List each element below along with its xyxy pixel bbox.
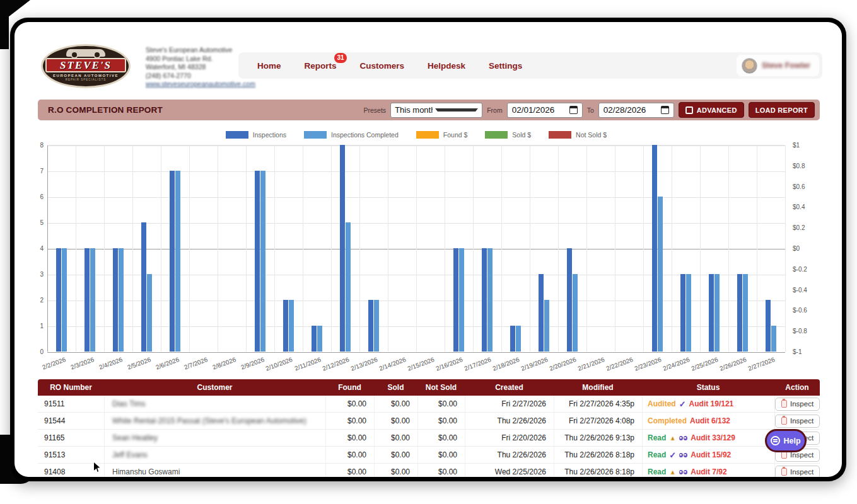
background-artifact [0, 0, 30, 16]
status-cell: Read▲!Audit 7/92 [642, 464, 774, 477]
gridline [47, 146, 48, 352]
legend-item[interactable]: Inspections Completed [304, 131, 399, 139]
gridline [785, 146, 786, 352]
logo-subtitle: EUROPEAN AUTOMOTIVE [53, 74, 119, 77]
legend-item[interactable]: Inspections [226, 131, 286, 139]
right-axis-tick: $-1 [793, 348, 802, 355]
bar-inspections-completed [374, 300, 379, 352]
right-axis-tick: $1 [793, 142, 800, 149]
created-cell: Fri 2/27/2026 [465, 396, 554, 412]
to-date-input[interactable] [603, 105, 658, 115]
modified-cell: Thu 2/26/2026 8:18p [554, 464, 642, 477]
x-axis-tick: 2/22/2026 [605, 356, 634, 372]
chat-bubble-icon [771, 436, 780, 445]
nav-item-settings[interactable]: Settings [489, 61, 522, 71]
to-date-field[interactable] [598, 103, 674, 118]
inspect-button[interactable]: Inspect [775, 415, 820, 428]
right-axis-tick: $-0.4 [793, 287, 807, 294]
table-row: 91408Himanshu Goswami$0.00$0.00$0.00Wed … [38, 464, 820, 477]
from-label: From [487, 106, 503, 114]
gridline [445, 146, 445, 352]
gridline [104, 146, 105, 352]
page-title: R.O COMPLETION REPORT [48, 105, 163, 115]
inspect-button[interactable]: Inspect [775, 398, 820, 411]
bar-inspections-completed [260, 171, 265, 352]
checkbox-icon[interactable] [685, 106, 693, 114]
customer-cell: Sean Heatley [104, 430, 325, 446]
eyes-icon [679, 436, 687, 440]
legend-item[interactable]: Not Sold $ [549, 131, 607, 139]
presets-select[interactable]: This month (Februa [390, 103, 482, 118]
modified-cell: Thu 2/26/2026 9:13p [554, 430, 642, 446]
created-cell: Wed 2/25/2026 [465, 464, 554, 477]
x-axis-tick: 2/2/2026 [41, 356, 66, 371]
left-axis-tick: 2 [25, 297, 44, 304]
nav-item-helpdesk[interactable]: Helpdesk [428, 61, 465, 71]
calendar-icon[interactable] [569, 106, 578, 114]
gridline [558, 146, 559, 352]
table-header-row: RO NumberCustomerFoundSoldNot SoldCreate… [38, 379, 820, 396]
legend-item[interactable]: Sold $ [485, 131, 531, 139]
bar-inspections-completed [658, 197, 663, 352]
status-cell: Read✓Audit 15/92 [642, 447, 774, 463]
created-cell: Fri 2/20/2026 [465, 430, 554, 446]
created-cell: Thu 2/26/2026 [465, 447, 554, 463]
company-website-link[interactable]: www.steveseuropeanautomotive.com [146, 80, 255, 89]
bar-inspections [709, 274, 714, 352]
bar-inspections [510, 326, 515, 352]
nav-item-home[interactable]: Home [257, 61, 281, 71]
main-navbar: HomeReports31CustomersHelpdeskSettings S… [238, 52, 822, 79]
notification-badge: 31 [334, 53, 346, 63]
load-report-button[interactable]: LOAD REPORT [749, 102, 815, 118]
found-cell: $0.00 [325, 447, 374, 463]
inspect-button[interactable]: Inspect [775, 466, 820, 478]
sold-cell: $0.00 [374, 396, 417, 412]
legend-label: Inspections Completed [331, 131, 399, 139]
bar-inspections [170, 171, 175, 352]
x-axis-tick: 2/21/2026 [577, 356, 606, 372]
column-header-status: Status [642, 383, 774, 392]
legend-swatch [226, 131, 248, 139]
table-row: 91511Dias Tims$0.00$0.00$0.00Fri 2/27/20… [38, 396, 820, 413]
advanced-toggle-button[interactable]: ADVANCED [679, 102, 744, 118]
from-date-field[interactable] [507, 103, 583, 118]
right-axis-tick: $-0.8 [793, 328, 807, 335]
help-button[interactable]: Help [765, 429, 807, 452]
x-axis-tick: 2/19/2026 [520, 356, 549, 372]
ro-number-cell: 91513 [38, 447, 104, 463]
found-cell: $0.00 [325, 413, 374, 429]
gridline [530, 146, 530, 352]
action-cell: Inspect [774, 413, 820, 429]
table-body: 91511Dias Tims$0.00$0.00$0.00Fri 2/27/20… [38, 396, 820, 477]
nav-item-customers[interactable]: Customers [360, 61, 405, 71]
x-axis-tick: 2/4/2026 [98, 356, 123, 371]
column-header-not-sold: Not Sold [417, 383, 465, 392]
left-axis-tick: 6 [25, 193, 44, 200]
gridline [246, 146, 247, 352]
left-axis-tick: 0 [25, 348, 44, 355]
bar-inspections [340, 145, 345, 352]
bar-inspections-completed [686, 274, 691, 352]
x-axis-tick: 2/8/2026 [211, 356, 236, 371]
app-window-content: STEVE'S EUROPEAN AUTOMOTIVE REPAIR SPECI… [15, 22, 842, 477]
report-header-bar: R.O COMPLETION REPORT Presets This month… [38, 100, 820, 120]
x-axis-tick: 2/25/2026 [691, 356, 720, 372]
bar-inspections-completed [516, 326, 521, 352]
user-menu[interactable]: Steve Fowler [737, 55, 819, 76]
bar-inspections-completed [90, 248, 95, 352]
bar-inspections [141, 222, 146, 352]
nav-item-reports[interactable]: Reports31 [305, 61, 337, 71]
not-sold-cell: $0.00 [417, 464, 465, 477]
x-axis-tick: 2/20/2026 [549, 356, 578, 372]
calendar-icon[interactable] [661, 106, 669, 114]
bar-inspections [652, 145, 657, 352]
company-logo: STEVE'S EUROPEAN AUTOMOTIVE REPAIR SPECI… [41, 44, 131, 88]
found-cell: $0.00 [325, 396, 374, 412]
from-date-input[interactable] [512, 105, 566, 115]
customer-cell: Jeff Evans [104, 447, 325, 463]
right-axis-tick: $0.2 [793, 224, 805, 231]
gridline [416, 146, 417, 352]
bar-inspections [85, 248, 90, 352]
gridline [388, 146, 388, 352]
legend-item[interactable]: Found $ [416, 131, 468, 139]
